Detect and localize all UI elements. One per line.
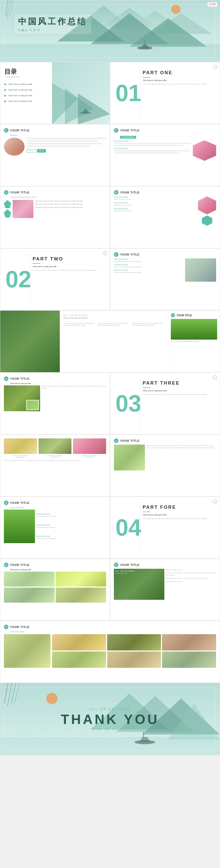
your-title-sprout-row: 3 YOUR TITLE: [114, 438, 216, 443]
photo-1: [4, 438, 37, 454]
cover-subtitle: 汇报人 X X X: [18, 28, 87, 32]
berry-image-4: [52, 652, 106, 668]
part-one-click: Click here to add your title: [143, 79, 216, 82]
slide-part-one: 01 PART ONE Click here to add your title…: [110, 62, 220, 124]
slide-three-photos: Click here to add title Add text here Cl…: [0, 435, 110, 497]
photo-3: [73, 438, 106, 454]
svg-rect-8: [0, 44, 220, 62]
your-title-food: YOUR TITLE: [10, 563, 29, 566]
preface-image: [4, 137, 25, 156]
part-three-label: PART THREE: [143, 380, 216, 386]
your-title-1-image: [193, 140, 216, 161]
slide-part-two: 02 PART TWO Click here to add your title…: [0, 248, 110, 310]
grass-image: [171, 319, 217, 340]
part-two-label: PART TWO: [33, 256, 106, 262]
your-title-2-row: 2 YOUR TITLE: [4, 190, 106, 195]
your-title-3: YOUR TITLE: [120, 191, 139, 194]
your-title-2: YOUR TITLE: [10, 191, 29, 194]
toc-item-2: ▶ Click here to add your title: [4, 88, 106, 92]
your-title-grass: YOUR TITLE: [10, 501, 29, 504]
thank-you-main: THANK YOU: [61, 713, 159, 726]
slide-part-three: 03 PART THREE Click here to add your tit…: [110, 372, 220, 435]
berry-image-2: [107, 634, 161, 650]
part-three-click: Click here to add your title: [143, 390, 216, 392]
berry-image-1: [52, 634, 106, 650]
green-right-title: YOUR TITLE: [176, 314, 192, 317]
part-two-click: Click here to add your title: [33, 266, 106, 268]
slide-toc: 目录 CONTENTS ▶ Click here to add your tit…: [0, 62, 110, 124]
slide-your-title-bird: 2 YOUR TITLE NOW AND HERE Click here to …: [110, 248, 220, 310]
cover-main-title: 中国风工作总结: [18, 16, 87, 27]
part-one-body: Click here to add your title, which is a…: [143, 83, 216, 85]
berry-title: YOUR TITLE: [10, 625, 29, 628]
slide-your-title-yellow: 2 YOUR TITLE Click here to add your titl…: [0, 372, 110, 435]
green-right-title-row: 2 YOUR TITLE: [171, 313, 217, 317]
svg-point-32: [46, 693, 58, 704]
part-one-nav[interactable]: ▷: [213, 65, 217, 69]
your-title-yellow-row: 2 YOUR TITLE: [4, 376, 106, 381]
slide-green-full: ALL OR NOTHING Click here to add your ti…: [0, 310, 220, 372]
toc-item-1: ▶ Click here to add your title: [4, 82, 106, 86]
part-fore-label: PART FORE: [143, 505, 216, 510]
food-image-4: [56, 588, 106, 602]
thank-you-sub: NOW OR NEVER: [61, 727, 159, 731]
preface-title: YOUR TITLE: [10, 129, 29, 132]
slide-your-title-sprout: 3 YOUR TITLE Click here to add your titl…: [110, 435, 220, 497]
food-image-2: [56, 571, 106, 587]
your-title-1: YOUR TITLE: [120, 129, 139, 132]
berry-image-5: [107, 652, 161, 668]
toc-subtitle: CONTENTS: [4, 76, 106, 78]
preface-label: Preface: [10, 134, 106, 136]
slide-thank-you: ALL OR NOTHING THANK YOU NOW OR NEVER: [0, 683, 220, 755]
part-fore-body: Click here to add your title, which is a…: [143, 518, 216, 520]
part-fore-click: Click here to add your title: [143, 514, 216, 516]
berry-image-6: [162, 652, 216, 668]
berry-main-image: [4, 634, 51, 668]
slide-preface: 1 YOUR TITLE Preface MORE MORE: [0, 124, 110, 186]
slide-berry-collage: 4 YOUR TITLE NOW AND HERE: [0, 621, 220, 683]
toc-item-3: ▶ Click here to add your title: [4, 94, 106, 97]
your-title-bird: YOUR TITLE: [120, 253, 139, 256]
part-two-body: Click here to add your title, which is a…: [33, 269, 106, 272]
bird-image: [185, 258, 216, 282]
part-fore-nav[interactable]: ▷: [213, 499, 217, 503]
your-title-collage: YOUR TITLE: [120, 563, 139, 566]
your-title-grass-row: 3 YOUR TITLE: [4, 500, 106, 505]
berry-title-row: 4 YOUR TITLE: [4, 625, 216, 629]
slide-your-title-food: 4 YOUR TITLE Click here to add your titl…: [0, 559, 110, 621]
your-title-sprout: YOUR TITLE: [120, 439, 139, 442]
green-left-image: [0, 311, 60, 372]
toc-title: 目录: [4, 67, 106, 76]
logo: 演芳图: [208, 2, 217, 7]
part-three-body: Click here to add your title, which is a…: [143, 393, 216, 396]
part-fore-number: 04: [115, 516, 141, 539]
part-three-nav[interactable]: ▷: [213, 375, 217, 379]
berry-image-3: [162, 634, 216, 650]
preface-title-row: 1 YOUR TITLE: [4, 128, 106, 133]
your-title-3-row: 2 YOUR TITLE: [114, 190, 216, 195]
slide-your-title-collage: 4 YOUR TITLE ALL OR NOTHING NOM OR BETTE…: [110, 559, 220, 621]
svg-point-12: [171, 5, 181, 14]
part-one-number: 01: [115, 82, 141, 105]
part-two-nav[interactable]: ▷: [103, 251, 107, 255]
thank-all-or-nothing: ALL OR NOTHING: [61, 707, 159, 711]
part-one-label: PART ONE: [143, 70, 216, 75]
part-three-number: 03: [115, 392, 141, 415]
yellow-image: [4, 385, 40, 411]
slide-your-title-2-image: [13, 200, 33, 218]
slide-your-title-3-image: [198, 196, 216, 214]
your-title-collage-row: 4 YOUR TITLE: [114, 562, 216, 567]
your-title-1-row: 1 YOUR TITLE: [114, 128, 216, 133]
part-two-number: 02: [5, 268, 31, 291]
sprout-image: [114, 444, 145, 470]
your-title-food-row: 4 YOUR TITLE: [4, 562, 106, 567]
slide-your-title-grass: 3 YOUR TITLE NOW AND HERE NOW AND HERE C…: [0, 497, 110, 559]
svg-rect-27: [0, 737, 220, 755]
your-title-yellow: YOUR TITLE: [10, 377, 29, 380]
food-image-1: [4, 571, 55, 587]
food-image-3: [4, 588, 55, 602]
slide-your-title-1: 1 YOUR TITLE SUBHEADING NOW AND HERE NOW…: [110, 124, 220, 186]
slide-your-title-2: 2 YOUR TITLE Click here to add your titl…: [0, 186, 110, 248]
grass-field-image: [4, 509, 35, 543]
slide-part-fore: 04 PART FORE Click here to add your titl…: [110, 497, 220, 559]
